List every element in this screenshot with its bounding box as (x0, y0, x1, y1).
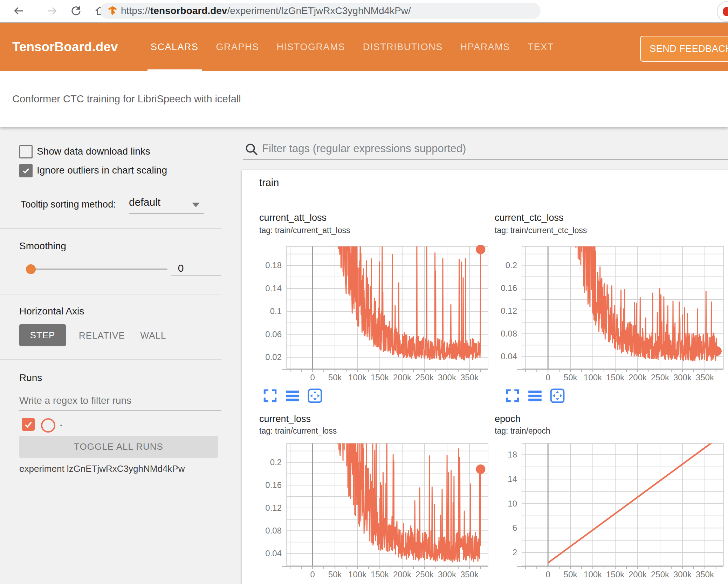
svg-text:50k: 50k (564, 570, 578, 579)
run-checkbox[interactable] (22, 418, 35, 431)
svg-text:0.12: 0.12 (265, 503, 282, 512)
fit-domain-icon[interactable] (307, 388, 323, 404)
experiment-id-label: experiment lzGnETjwRxC3yghNMd4kPw (19, 463, 185, 474)
svg-text:300k: 300k (673, 373, 692, 382)
browser-forward-icon[interactable] (46, 5, 58, 17)
chart-current-att-loss[interactable]: 050k100k150k200k250k300k350k0.020.060.10… (242, 240, 491, 386)
data-table-icon[interactable] (527, 388, 543, 404)
runs-label: Runs (19, 372, 42, 383)
expand-icon[interactable] (504, 388, 521, 404)
svg-text:0.06: 0.06 (265, 330, 282, 339)
chart-current-ctc-loss[interactable]: 050k100k150k200k250k300k350k0.040.080.12… (477, 240, 727, 386)
svg-text:300k: 300k (438, 570, 456, 579)
horizontal-axis-label: Horizontal Axis (19, 306, 84, 317)
svg-text:300k: 300k (673, 570, 692, 579)
tab-scalars[interactable]: SCALARS (151, 23, 199, 71)
runs-filter-underline (19, 410, 221, 410)
svg-text:10: 10 (508, 499, 517, 508)
tooltip-select-underline (129, 213, 204, 213)
tab-text[interactable]: TEXT (528, 23, 554, 71)
axis-relative-button[interactable]: RELATIVE (79, 330, 123, 341)
show-download-label[interactable]: Show data download links (37, 146, 150, 157)
svg-text:0.2: 0.2 (506, 260, 517, 270)
svg-text:0: 0 (310, 570, 315, 579)
browser-profile-avatar[interactable] (717, 1, 728, 22)
check-icon (23, 420, 33, 429)
svg-text:150k: 150k (371, 373, 389, 382)
svg-text:200k: 200k (629, 570, 647, 579)
chart-toolbar (262, 388, 323, 404)
svg-text:0.2: 0.2 (270, 457, 282, 467)
svg-text:250k: 250k (651, 373, 669, 382)
axis-step-button[interactable]: STEP (19, 324, 66, 346)
chart-tag: tag: train/epoch (495, 426, 550, 436)
ignore-outliers-checkbox[interactable] (19, 164, 33, 177)
show-download-checkbox[interactable] (19, 145, 33, 158)
tooltip-sorting-label: Tooltip sorting method: (21, 199, 116, 210)
svg-text:0.18: 0.18 (265, 260, 282, 270)
chart-epoch[interactable]: 050k100k150k200k250k300k350k26101418 (477, 437, 727, 583)
filter-tags-input[interactable]: Filter tags (regular expressions support… (262, 142, 466, 155)
chart-title: current_att_loss (259, 212, 327, 223)
tab-distributions[interactable]: DISTRIBUTIONS (363, 23, 443, 71)
tab-graphs[interactable]: GRAPHS (216, 23, 259, 71)
svg-text:200k: 200k (393, 373, 412, 382)
svg-text:250k: 250k (651, 570, 669, 579)
svg-text:50k: 50k (564, 373, 578, 382)
sidebar-divider (0, 294, 222, 294)
svg-text:100k: 100k (584, 570, 602, 579)
svg-text:0.04: 0.04 (501, 352, 517, 361)
svg-text:200k: 200k (393, 570, 412, 579)
tensorboard-favicon (108, 6, 117, 16)
svg-text:0.16: 0.16 (501, 283, 517, 293)
svg-text:250k: 250k (415, 570, 434, 579)
svg-text:250k: 250k (415, 373, 434, 382)
fit-domain-icon[interactable] (549, 388, 565, 404)
svg-text:0.1: 0.1 (270, 306, 282, 316)
smoothing-value[interactable]: 0 (173, 262, 188, 274)
svg-text:0: 0 (310, 373, 315, 382)
chart-title: current_loss (259, 414, 311, 425)
browser-reload-icon[interactable] (70, 5, 82, 17)
address-bar[interactable]: https://tensorboard.dev/experiment/lzGnE… (100, 3, 541, 19)
svg-text:14: 14 (508, 474, 517, 484)
sidebar-divider (0, 359, 222, 360)
svg-text:50k: 50k (328, 570, 342, 579)
brand-title: TensorBoard.dev (12, 23, 118, 71)
svg-text:0: 0 (546, 570, 550, 579)
svg-text:150k: 150k (371, 570, 389, 579)
smoothing-slider-thumb[interactable] (26, 264, 36, 274)
tab-hparams[interactable]: HPARAMS (460, 23, 510, 71)
chart-toolbar (504, 388, 565, 404)
svg-text:350k: 350k (696, 570, 714, 579)
tab-histograms[interactable]: HISTOGRAMS (277, 23, 345, 71)
svg-text:0.02: 0.02 (265, 352, 282, 362)
url-text: https://tensorboard.dev/experiment/lzGnE… (121, 5, 411, 16)
runs-filter-input[interactable]: Write a regex to filter runs (19, 395, 131, 406)
svg-text:350k: 350k (460, 373, 479, 382)
chevron-down-icon[interactable] (192, 203, 200, 207)
browser-back-icon[interactable] (13, 5, 25, 17)
expand-icon[interactable] (262, 388, 278, 404)
experiment-title: Conformer CTC training for LibriSpeech w… (12, 71, 241, 127)
ignore-outliers-label[interactable]: Ignore outliers in chart scaling (37, 165, 167, 176)
tooltip-sorting-select[interactable]: default (129, 196, 160, 208)
svg-text:0.16: 0.16 (265, 480, 282, 490)
run-color-swatch[interactable] (41, 418, 55, 433)
chart-current-loss[interactable]: 050k100k150k200k250k300k350k0.040.080.12… (242, 437, 491, 583)
smoothing-slider-track[interactable] (30, 269, 167, 270)
data-table-icon[interactable] (284, 388, 301, 404)
send-feedback-button[interactable]: SEND FEEDBACK (640, 36, 728, 62)
chart-title: current_ctc_loss (495, 212, 564, 223)
svg-text:0.14: 0.14 (265, 284, 282, 293)
search-icon (245, 142, 259, 156)
section-title[interactable]: train (259, 177, 279, 189)
svg-text:150k: 150k (606, 570, 625, 579)
svg-text:100k: 100k (584, 373, 602, 382)
toggle-all-runs-button[interactable]: TOGGLE ALL RUNS (19, 436, 218, 458)
axis-wall-button[interactable]: WALL (138, 330, 168, 341)
svg-text:350k: 350k (460, 570, 479, 579)
svg-text:6: 6 (513, 523, 517, 532)
svg-text:200k: 200k (629, 373, 647, 382)
filter-tags-underline (243, 159, 728, 159)
